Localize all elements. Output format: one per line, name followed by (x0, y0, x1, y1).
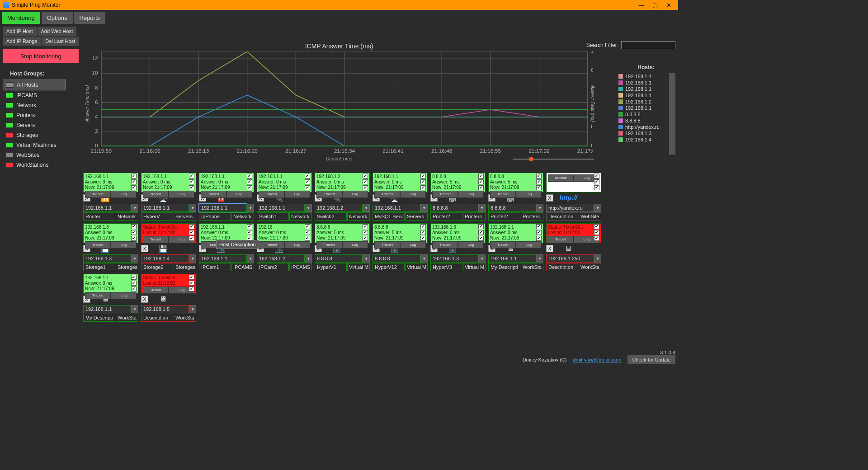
host-group-field[interactable]: WorkSta (521, 263, 543, 271)
legend-item[interactable]: 192.168.1.1 (617, 86, 669, 92)
host-check2[interactable]: ✔ (536, 179, 542, 184)
host-ip-dropdown[interactable]: ▾ (478, 204, 486, 212)
host-group-field[interactable]: Virtual M (347, 263, 370, 271)
host-ip-field[interactable]: 192.168.1.1 (199, 204, 247, 212)
host-check2[interactable]: ✔ (363, 230, 368, 235)
host-check1[interactable]: ✔ (189, 224, 194, 229)
tracert-button[interactable]: Browse (548, 174, 574, 182)
host-ip-field[interactable]: http://yandex.ru (546, 204, 594, 212)
host-check2[interactable]: ✔ (420, 179, 426, 184)
host-description-field[interactable]: Switch2 (315, 212, 347, 221)
host-ip-field[interactable]: 192.168.1.2 (315, 204, 363, 212)
maximize-button[interactable]: ▢ (648, 0, 662, 10)
host-check1[interactable]: ✔ (420, 174, 426, 179)
host-description-field[interactable]: HyperV (141, 212, 173, 221)
host-description-field[interactable]: Storage2 (141, 263, 173, 271)
host-check3[interactable]: ✔ (189, 236, 194, 241)
host-group-field[interactable]: Network (231, 212, 254, 221)
host-check1[interactable]: ✔ (420, 224, 426, 229)
log-button[interactable]: Log (284, 241, 310, 249)
host-ip-field[interactable]: 192.168.1.2 (257, 254, 305, 263)
tracert-button[interactable]: Tracert (490, 241, 516, 249)
host-description-field[interactable]: HyperV1 (315, 263, 347, 271)
host-ip-dropdown[interactable]: ▾ (247, 254, 254, 263)
minimize-button[interactable]: — (635, 0, 648, 10)
host-check3[interactable]: ✔ (536, 185, 542, 190)
host-group-field[interactable]: WebSite (579, 212, 601, 221)
host-check3[interactable]: ✔ (478, 236, 484, 241)
log-button[interactable]: Log (516, 241, 542, 249)
host-check3[interactable]: ✔ (131, 287, 137, 291)
host-description-field[interactable]: Printer2 (430, 212, 462, 221)
host-check1[interactable]: ✔ (247, 224, 252, 229)
host-check3[interactable]: ✔ (131, 236, 137, 241)
host-check3[interactable]: ✔ (305, 236, 310, 241)
host-group-field[interactable]: Virtual M (463, 263, 486, 271)
hostgroup-all-hosts[interactable]: All Hosts (3, 80, 66, 90)
host-description-field[interactable]: MySQL Serv (373, 212, 405, 221)
host-check2[interactable]: ✔ (305, 230, 310, 235)
tracert-button[interactable]: Tracert (548, 236, 574, 243)
tracert-button[interactable]: Tracert (143, 191, 169, 198)
host-ip-field[interactable]: 192.168.1.3 (83, 254, 131, 263)
host-ip-field[interactable]: 8.8.8.8 (373, 254, 420, 263)
log-button[interactable]: Log (169, 191, 194, 198)
host-check2[interactable]: ✔ (131, 179, 137, 184)
host-check3[interactable]: ✔ (189, 287, 194, 291)
tracert-button[interactable]: Tracert (143, 236, 169, 243)
host-ip-dropdown[interactable]: ▾ (536, 204, 543, 212)
host-check2[interactable]: ✔ (189, 179, 194, 184)
host-check3[interactable]: ✔ (536, 236, 542, 241)
tab-reports[interactable]: Reports (74, 12, 106, 24)
host-check3[interactable]: ✔ (247, 185, 252, 190)
host-ip-dropdown[interactable]: ▾ (363, 254, 370, 263)
host-ip-field[interactable]: 8.8.8.8 (488, 204, 536, 212)
log-button[interactable]: Log (342, 241, 368, 249)
host-ip-dropdown[interactable]: ▾ (189, 305, 196, 313)
log-button[interactable]: Log (516, 191, 542, 198)
host-check3[interactable]: ✔ (594, 185, 599, 190)
host-group-field[interactable]: Storages (174, 263, 196, 271)
host-ip-dropdown[interactable]: ▾ (189, 254, 196, 263)
host-check2[interactable]: ✔ (131, 230, 137, 235)
host-check2[interactable]: ✔ (420, 230, 426, 235)
host-description-field[interactable]: IpPhone (199, 212, 231, 221)
host-ip-field[interactable]: 192.168.1.1 (83, 305, 131, 313)
tab-options[interactable]: Options (42, 12, 73, 24)
legend-item[interactable]: 192.168.1.1 (617, 105, 669, 111)
host-group-field[interactable]: WorkSta (174, 314, 196, 322)
legend-item[interactable]: 192.168.1.3 (617, 130, 669, 136)
host-description-field[interactable]: IPCam2 (257, 263, 289, 271)
add-web-host-button[interactable]: Add Web Host (38, 27, 77, 36)
host-description-field[interactable]: Description (546, 212, 578, 221)
host-check3[interactable]: ✔ (305, 185, 310, 190)
host-description-field[interactable]: Description (141, 314, 173, 322)
host-check3[interactable]: ✔ (189, 185, 194, 190)
host-ip-field[interactable]: 192.168.1.250 (546, 254, 594, 263)
host-check1[interactable]: ✔ (305, 224, 310, 229)
legend-item[interactable]: http://yandex.ru (617, 124, 669, 130)
host-group-field[interactable]: IPCAMS (231, 263, 254, 271)
host-check1[interactable]: ✔ (478, 174, 484, 179)
legend-item[interactable]: 8.8.8.8 (617, 111, 669, 118)
host-check1[interactable]: ✔ (536, 174, 542, 179)
hostgroup-websites[interactable]: WebSites (3, 150, 66, 160)
log-button[interactable]: Log (458, 191, 484, 198)
tracert-button[interactable]: Tracert (374, 241, 400, 249)
log-button[interactable]: Log (400, 191, 426, 198)
host-description-field[interactable]: Description (546, 263, 578, 271)
tracert-button[interactable]: Tracert (201, 191, 226, 198)
host-ip-field[interactable]: 8.8.8.8 (315, 254, 363, 263)
close-button[interactable]: ✕ (662, 0, 675, 10)
host-ip-field[interactable]: 192.168.1.4 (141, 254, 189, 263)
host-check1[interactable]: ✔ (131, 174, 137, 179)
host-group-field[interactable]: Network (116, 212, 138, 221)
search-input[interactable] (621, 41, 675, 49)
host-check2[interactable]: ✔ (536, 230, 542, 235)
tracert-button[interactable]: Tracert (143, 287, 169, 294)
tracert-button[interactable]: Tracert (374, 191, 400, 198)
host-ip-dropdown[interactable]: ▾ (131, 305, 138, 313)
host-ip-field[interactable]: 192.168.1.5 (141, 305, 189, 313)
legend-item[interactable]: 192.168.1.4 (617, 136, 669, 143)
tracert-button[interactable]: Tracert (316, 241, 342, 249)
